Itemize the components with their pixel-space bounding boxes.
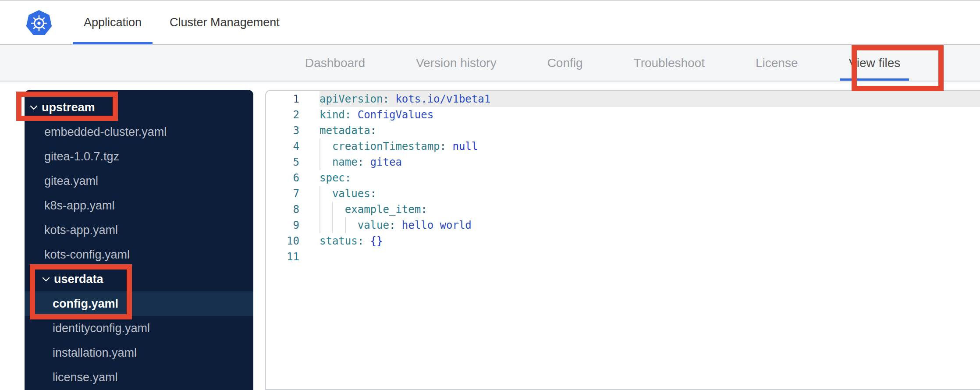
indent-guide [320,138,320,154]
folder-userdata[interactable]: userdata [25,267,253,291]
code-text: example_item: [320,202,980,217]
tree-label: upstream [42,101,95,114]
code-text: metadata: [320,123,980,138]
line-number: 5 [266,154,299,170]
line-number: 4 [266,138,299,154]
file-license-yaml[interactable]: license.yaml [25,365,253,390]
file-kots-app-yaml[interactable]: kots-app.yaml [25,218,253,242]
nav-item-view-files[interactable]: View files [840,45,909,81]
editor-line: 6spec: [266,170,980,186]
line-number: 10 [266,233,299,249]
line-number: 7 [266,186,299,202]
nav-item-troubleshoot[interactable]: Troubleshoot [625,45,714,81]
indent-guide [332,202,333,217]
editor-line: 4 creationTimestamp: null [266,138,980,154]
tree-label: embedded-cluster.yaml [44,125,167,139]
nav-item-version-history[interactable]: Version history [407,45,505,81]
tab-cluster-management[interactable]: Cluster Management [159,1,291,44]
line-number: 11 [266,249,299,265]
editor-line: 5 name: gitea [266,154,980,170]
code-text: apiVersion: kots.io/v1beta1 [320,91,980,107]
tree-label: kots-app.yaml [44,223,118,237]
editor-line: 7 values: [266,186,980,202]
file-k8s-app-yaml[interactable]: k8s-app.yaml [25,193,253,218]
indent-guide [345,217,346,233]
code-editor[interactable]: 1apiVersion: kots.io/v1beta12kind: Confi… [265,90,980,390]
nav-item-license[interactable]: License [747,45,807,81]
tree-label: gitea-1.0.7.tgz [44,150,119,163]
line-number: 2 [266,107,299,123]
nav-item-config[interactable]: Config [539,45,592,81]
editor-line: 2kind: ConfigValues [266,107,980,123]
tree-label: identityconfig.yaml [53,322,150,335]
line-number: 3 [266,123,299,138]
editor-line: 1apiVersion: kots.io/v1beta1 [266,91,980,107]
line-number: 9 [266,217,299,233]
editor-line: 8 example_item: [266,202,980,217]
indent-guide [320,217,320,233]
code-text: name: gitea [320,154,980,170]
line-number: 8 [266,202,299,217]
tree-label: userdata [54,273,103,286]
file-embedded-cluster-yaml[interactable]: embedded-cluster.yaml [25,120,253,144]
code-text: creationTimestamp: null [320,138,980,154]
kubernetes-logo [25,10,53,36]
tree-label: license.yaml [53,371,118,384]
editor-line: 3metadata: [266,123,980,138]
code-text: status: {} [320,233,980,249]
header-tabs: ApplicationCluster Management [73,1,291,44]
tree-label: installation.yaml [53,346,137,360]
code-text: values: [320,186,980,202]
tree-label: gitea.yaml [44,174,98,188]
code-text [320,249,980,265]
code-text: spec: [320,170,980,186]
code-text: value: hello world [320,217,980,233]
nav-item-dashboard[interactable]: Dashboard [296,45,374,81]
indent-guide [320,154,320,170]
chevron-down-icon [42,277,50,282]
file-gitea-yaml[interactable]: gitea.yaml [25,169,253,193]
editor-line: 10status: {} [266,233,980,249]
page: ApplicationCluster Management DashboardV… [0,0,980,390]
code-text: kind: ConfigValues [320,107,980,123]
editor-line: 9 value: hello world [266,217,980,233]
indent-guide [332,217,333,233]
file-identityconfig-yaml[interactable]: identityconfig.yaml [25,316,253,340]
chevron-down-icon [30,105,38,110]
file-kots-config-yaml[interactable]: kots-config.yaml [25,242,253,267]
file-tree-sidebar: upstreamembedded-cluster.yamlgitea-1.0.7… [25,90,253,390]
file-installation-yaml[interactable]: installation.yaml [25,340,253,365]
file-gitea-1-0-7-tgz[interactable]: gitea-1.0.7.tgz [25,144,253,169]
tree-label: k8s-app.yaml [44,199,115,213]
indent-guide [320,202,320,217]
indent-guide [320,186,320,202]
tab-application[interactable]: Application [73,1,153,44]
folder-upstream[interactable]: upstream [25,95,253,120]
app-header: ApplicationCluster Management [0,0,980,45]
tree-label: kots-config.yaml [44,248,130,262]
tree-label: config.yaml [53,297,118,311]
editor-line: 11 [266,249,980,265]
line-number: 1 [266,91,299,107]
app-subnav: DashboardVersion historyConfigTroublesho… [0,45,980,82]
file-config-yaml[interactable]: config.yaml [25,291,253,316]
line-number: 6 [266,170,299,186]
